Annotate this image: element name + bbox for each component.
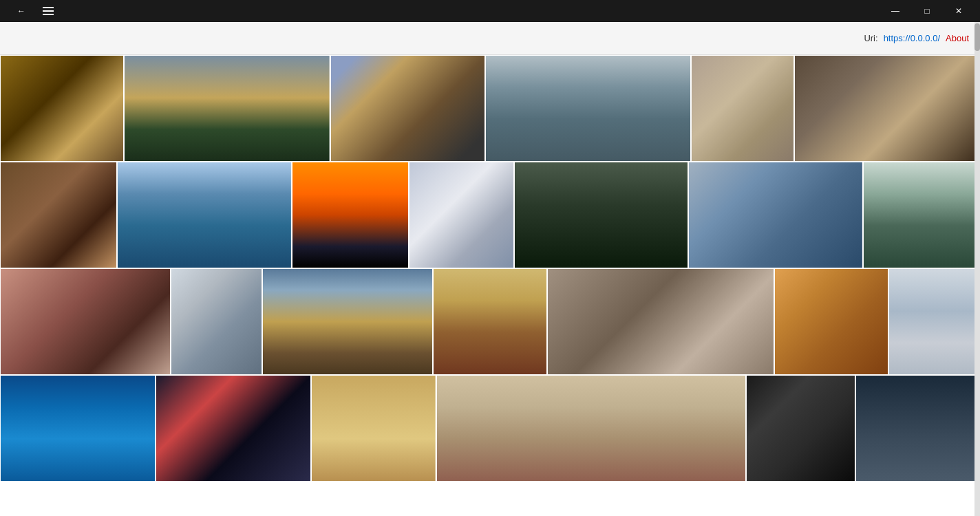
photo-wooden-dock xyxy=(548,269,774,374)
photo-misty-valley xyxy=(864,162,979,268)
gallery-row-2 xyxy=(0,162,980,268)
gallery-row-1 xyxy=(0,55,980,162)
photo-desert-landscape xyxy=(312,376,435,481)
hamburger-menu[interactable] xyxy=(43,7,54,15)
hamburger-line-3 xyxy=(43,14,54,15)
photo-skyscrapers xyxy=(689,162,862,268)
close-icon: ✕ xyxy=(955,6,962,16)
gallery-item-bird-misty[interactable] xyxy=(888,268,980,375)
minimize-icon: — xyxy=(891,6,899,16)
about-link[interactable]: About xyxy=(946,33,969,43)
photo-tent-bokeh xyxy=(156,376,310,481)
gallery-grid xyxy=(0,55,980,482)
gallery-item-camera-lens[interactable] xyxy=(794,55,980,162)
photo-bread-food xyxy=(1,162,116,268)
gallery-item-wooden-dock[interactable] xyxy=(547,268,774,375)
maximize-icon: □ xyxy=(924,6,929,16)
photo-motion-blur xyxy=(409,162,513,268)
back-icon: ← xyxy=(17,6,25,16)
titlebar-left: ← xyxy=(6,0,54,22)
gallery-item-mountains-sunset[interactable] xyxy=(124,55,330,162)
gallery-item-massey-hall[interactable] xyxy=(330,55,485,162)
hamburger-line-1 xyxy=(43,7,54,8)
photo-empire-state xyxy=(434,269,546,374)
gallery-item-motion-blur[interactable] xyxy=(409,162,514,268)
minimize-button[interactable]: — xyxy=(880,0,911,22)
gallery-item-fjord-lake[interactable] xyxy=(117,162,292,268)
hamburger-line-2 xyxy=(43,10,54,12)
photo-suspension-bridge xyxy=(263,269,432,374)
back-button[interactable]: ← xyxy=(6,0,37,22)
scrollbar-thumb[interactable] xyxy=(974,23,980,51)
gallery-item-tent-bokeh[interactable] xyxy=(156,375,311,482)
gallery-item-vintage-camera[interactable] xyxy=(0,55,124,162)
photo-ocean-blue xyxy=(1,376,155,481)
titlebar: ← — □ ✕ xyxy=(0,0,980,22)
photo-bird-golden-hour xyxy=(437,376,745,481)
photo-silhouette-sunset xyxy=(292,162,408,268)
photo-vintage-camera xyxy=(1,56,123,161)
gallery-item-sleeping-animal[interactable] xyxy=(691,55,795,162)
gallery-item-misty-valley[interactable] xyxy=(863,162,980,268)
photo-city-tower xyxy=(856,376,979,481)
gallery-item-orange-chairs[interactable] xyxy=(774,268,888,375)
maximize-button[interactable]: □ xyxy=(911,0,943,22)
addressbar: Uri: https://0.0.0.0/ About xyxy=(0,22,980,55)
photo-camera-lens xyxy=(795,56,979,161)
photo-orange-chairs xyxy=(775,269,888,374)
gallery-item-monkey-closeup[interactable] xyxy=(0,268,171,375)
photo-mountains-sunset xyxy=(125,56,329,161)
gallery-item-empire-state[interactable] xyxy=(433,268,547,375)
uri-label: Uri: xyxy=(864,33,877,43)
photo-monkey-closeup xyxy=(1,269,170,374)
gallery-item-structure-bw[interactable] xyxy=(746,375,855,482)
photo-laptop-desk xyxy=(171,269,262,374)
photo-dark-forest xyxy=(515,162,688,268)
gallery-item-suspension-bridge[interactable] xyxy=(262,268,433,375)
gallery-row-3 xyxy=(0,268,980,375)
gallery-item-desert-landscape[interactable] xyxy=(311,375,436,482)
gallery-item-laptop-desk[interactable] xyxy=(171,268,262,375)
gallery-item-dark-forest[interactable] xyxy=(514,162,689,268)
gallery-row-4 xyxy=(0,375,980,482)
uri-value[interactable]: https://0.0.0.0/ xyxy=(884,33,940,43)
gallery-item-bird-golden-hour[interactable] xyxy=(436,375,746,482)
photo-bird-misty xyxy=(889,269,979,374)
gallery-item-bread-food[interactable] xyxy=(0,162,117,268)
photo-sleeping-animal xyxy=(692,56,794,161)
close-button[interactable]: ✕ xyxy=(943,0,974,22)
gallery-item-city-tower[interactable] xyxy=(855,375,980,482)
gallery-item-silhouette-sunset[interactable] xyxy=(292,162,409,268)
scrollbar[interactable] xyxy=(974,22,980,516)
gallery-item-skyscrapers[interactable] xyxy=(688,162,863,268)
photo-church-valley xyxy=(486,56,690,161)
gallery-item-church-valley[interactable] xyxy=(485,55,691,162)
photo-structure-bw xyxy=(747,376,855,481)
gallery-item-ocean-blue[interactable] xyxy=(0,375,156,482)
window-controls: — □ ✕ xyxy=(880,0,974,22)
gallery xyxy=(0,55,980,516)
photo-massey-hall xyxy=(331,56,484,161)
photo-fjord-lake xyxy=(118,162,291,268)
